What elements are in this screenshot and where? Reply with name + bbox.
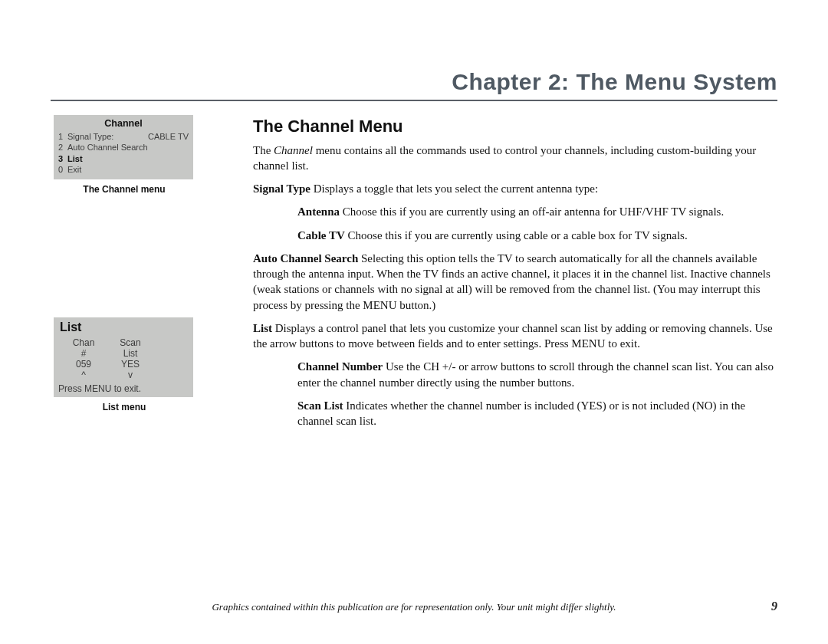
- list-menu-box: List Chan Scan # List 059 YES: [54, 317, 193, 397]
- list-exit-text: Press MENU to exit.: [54, 382, 193, 397]
- scan-list-paragraph: Scan List Indicates whether the channel …: [253, 398, 777, 429]
- row-index: 1: [58, 131, 67, 142]
- header-rule: [51, 100, 777, 101]
- row-label: Exit: [67, 164, 189, 175]
- auto-search-paragraph: Auto Channel Search Selecting this optio…: [253, 251, 777, 313]
- intro-em: Channel: [274, 144, 313, 156]
- col1-header2: #: [60, 348, 107, 359]
- page: Chapter 2: The Menu System Channel 1 Sig…: [0, 0, 828, 644]
- scan-list-text: Indicates whether the channel number is …: [297, 399, 745, 427]
- page-number: 9: [747, 600, 777, 613]
- channel-menu-caption: The Channel menu: [54, 184, 195, 195]
- row-index: 0: [58, 164, 67, 175]
- antenna-label: Antenna: [297, 205, 340, 218]
- row-index: 2: [58, 142, 67, 153]
- list-arrows-row: ^ v: [60, 370, 187, 380]
- sidebar-spacer: [51, 195, 235, 317]
- channel-menu-row: 1 Signal Type: CABLE TV: [58, 131, 189, 142]
- signal-type-text: Displays a toggle that lets you select t…: [310, 182, 598, 195]
- list-menu-title: List: [54, 317, 193, 336]
- channel-number-paragraph: Channel Number Use the CH +/- or arrow b…: [253, 359, 777, 390]
- arrow-up-icon: ^: [60, 370, 107, 380]
- scan-list-label: Scan List: [297, 399, 343, 412]
- cable-label: Cable TV: [297, 229, 345, 242]
- left-column: Channel 1 Signal Type: CABLE TV 2 Auto C…: [51, 115, 235, 412]
- antenna-text: Choose this if you are currently using a…: [340, 205, 724, 218]
- intro-paragraph: The Channel menu contains all the comman…: [253, 143, 777, 174]
- channel-menu-box: Channel 1 Signal Type: CABLE TV 2 Auto C…: [54, 115, 193, 179]
- row-label: Auto Channel Search: [67, 142, 189, 153]
- cable-text: Choose this if you are currently using c…: [345, 229, 688, 242]
- channel-menu-rows: 1 Signal Type: CABLE TV 2 Auto Channel S…: [54, 131, 193, 179]
- signal-type-label: Signal Type: [253, 182, 310, 195]
- signal-type-paragraph: Signal Type Displays a toggle that lets …: [253, 181, 777, 196]
- intro-post: menu contains all the commands used to c…: [253, 144, 756, 172]
- footer-note: Graphics contained within this publicati…: [81, 601, 747, 613]
- col1-header1: Chan: [60, 337, 107, 348]
- cable-paragraph: Cable TV Choose this if you are currentl…: [253, 228, 777, 243]
- channel-menu-title: Channel: [54, 115, 193, 131]
- list-menu-caption: List menu: [54, 402, 195, 412]
- list-header-row1: Chan Scan: [60, 337, 187, 348]
- list-text: Displays a control panel that lets you c…: [253, 322, 773, 350]
- row-label: Signal Type:: [67, 131, 148, 142]
- channel-menu-row: 2 Auto Channel Search: [58, 142, 189, 153]
- list-label: List: [253, 322, 272, 334]
- list-header-row2: # List: [60, 348, 187, 359]
- main-content: The Channel Menu The Channel menu contai…: [235, 115, 777, 436]
- row-value: CABLE TV: [148, 131, 189, 142]
- section-heading: The Channel Menu: [253, 115, 777, 138]
- list-menu-table: Chan Scan # List 059 YES ^ v: [54, 336, 193, 382]
- channel-number-label: Channel Number: [297, 360, 383, 373]
- auto-search-label: Auto Channel Search: [253, 252, 358, 264]
- intro-pre: The: [253, 144, 274, 156]
- arrow-down-icon: v: [107, 370, 153, 380]
- col2-header1: Scan: [107, 337, 153, 348]
- chan-value: 059: [60, 359, 107, 370]
- list-data-row: 059 YES: [60, 359, 187, 370]
- channel-menu-row-selected: 3 List: [58, 153, 189, 164]
- list-paragraph: List Displays a control panel that lets …: [253, 320, 777, 352]
- body-row: Channel 1 Signal Type: CABLE TV 2 Auto C…: [51, 115, 777, 436]
- col2-header2: List: [107, 348, 153, 359]
- chapter-title: Chapter 2: The Menu System: [51, 69, 777, 95]
- row-label: List: [67, 153, 189, 164]
- scan-value: YES: [107, 359, 153, 370]
- channel-menu-row: 0 Exit: [58, 164, 189, 175]
- footer: Graphics contained within this publicati…: [51, 600, 777, 613]
- row-index: 3: [58, 153, 67, 164]
- antenna-paragraph: Antenna Choose this if you are currently…: [253, 204, 777, 219]
